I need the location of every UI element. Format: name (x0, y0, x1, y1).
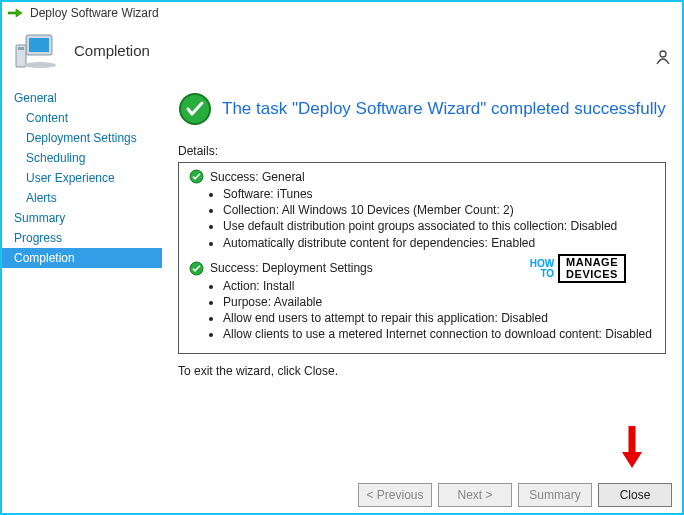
next-button: Next > (438, 483, 512, 507)
red-arrow-annotation (620, 424, 644, 473)
details-section-deployment: Success: Deployment Settings Action: Ins… (189, 261, 655, 343)
details-section-general: Success: General Software: iTunes Collec… (189, 169, 655, 251)
computer-icon (12, 31, 60, 71)
sidebar-item-progress[interactable]: Progress (2, 228, 162, 248)
page-title: Completion (74, 42, 150, 59)
svg-marker-11 (622, 452, 642, 468)
wizard-content: The task "Deploy Software Wizard" comple… (162, 78, 682, 476)
previous-button: < Previous (358, 483, 432, 507)
person-icon (654, 48, 672, 69)
details-section-application: Success: Application Settings (retrieved… (189, 353, 655, 355)
summary-button: Summary (518, 483, 592, 507)
svg-point-4 (24, 62, 56, 68)
detail-item: Allow clients to use a metered Internet … (223, 326, 655, 342)
check-icon (189, 353, 204, 355)
success-check-icon (178, 92, 212, 126)
svg-point-9 (190, 354, 203, 355)
sidebar-item-deployment-settings[interactable]: Deployment Settings (2, 128, 162, 148)
check-icon (189, 169, 204, 184)
wizard-footer: < Previous Next > Summary Close (358, 483, 672, 507)
wizard-body: General Content Deployment Settings Sche… (2, 78, 682, 476)
detail-item: Software: iTunes (223, 186, 655, 202)
detail-item: Use default distribution point groups as… (223, 218, 655, 234)
details-label: Details: (178, 144, 666, 158)
sidebar-item-summary[interactable]: Summary (2, 208, 162, 228)
detail-item: Allow end users to attempt to repair thi… (223, 310, 655, 326)
section-heading: Success: Deployment Settings (210, 261, 373, 275)
wizard-sidebar: General Content Deployment Settings Sche… (2, 78, 162, 476)
sidebar-item-content[interactable]: Content (2, 108, 162, 128)
sidebar-item-completion[interactable]: Completion (2, 248, 162, 268)
wizard-arrow-icon (8, 7, 24, 19)
close-button[interactable]: Close (598, 483, 672, 507)
wizard-header: Completion (2, 24, 682, 78)
check-icon (189, 261, 204, 276)
section-heading: Success: General (210, 170, 305, 184)
section-heading: Success: Application Settings (retrieved… (210, 353, 610, 354)
svg-rect-1 (29, 38, 49, 52)
titlebar: Deploy Software Wizard (2, 2, 682, 24)
exit-instruction: To exit the wizard, click Close. (178, 364, 666, 378)
detail-item: Purpose: Available (223, 294, 655, 310)
sidebar-item-general[interactable]: General (2, 88, 162, 108)
details-box[interactable]: Success: General Software: iTunes Collec… (178, 162, 666, 354)
svg-rect-3 (18, 47, 24, 50)
success-title: The task "Deploy Software Wizard" comple… (222, 99, 666, 119)
sidebar-item-user-experience[interactable]: User Experience (2, 168, 162, 188)
detail-item: Action: Install (223, 278, 655, 294)
svg-point-5 (660, 51, 666, 57)
sidebar-item-scheduling[interactable]: Scheduling (2, 148, 162, 168)
detail-item: Automatically distribute content for dep… (223, 235, 655, 251)
success-banner: The task "Deploy Software Wizard" comple… (178, 92, 666, 126)
sidebar-item-alerts[interactable]: Alerts (2, 188, 162, 208)
detail-item: Collection: All Windows 10 Devices (Memb… (223, 202, 655, 218)
window-title: Deploy Software Wizard (30, 6, 159, 20)
